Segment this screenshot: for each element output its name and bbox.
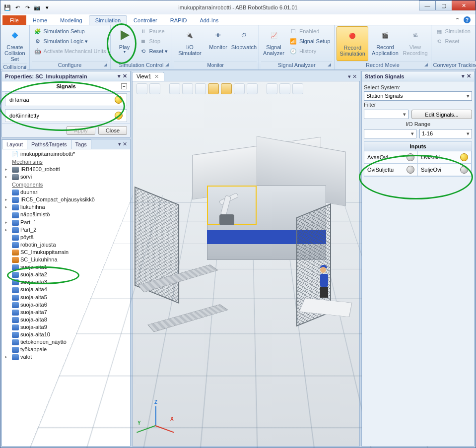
iorange-left-combo[interactable]: ▾	[364, 129, 416, 138]
vp-tool[interactable]	[279, 83, 290, 94]
dialog-launcher-icon[interactable]: ◢	[328, 62, 331, 67]
tree-item[interactable]: IRB4600_robotti	[3, 166, 129, 173]
signal-analyzer-button[interactable]: 📈Signal Analyzer	[261, 26, 286, 61]
record-application-button[interactable]: 🎬Record Application	[369, 26, 401, 61]
qat-redo-icon[interactable]: ↷	[23, 3, 31, 11]
qat-save-icon[interactable]: 💾	[3, 3, 11, 11]
signal-state-icon[interactable]	[115, 96, 123, 104]
io-input-cell[interactable]: SuljeOvi	[417, 163, 472, 176]
3d-viewport[interactable]: Z X Y	[132, 81, 360, 447]
qat-dropdown-icon[interactable]: ▾	[43, 3, 51, 11]
stop-button[interactable]: ⏹Stop	[137, 36, 170, 46]
dialog-launcher-icon[interactable]: ◢	[474, 62, 476, 67]
vp-tool[interactable]	[247, 83, 258, 94]
vp-tool[interactable]	[149, 83, 160, 94]
ribbon-minimize-icon[interactable]: ⌃	[455, 17, 460, 23]
close-tab-icon[interactable]: ✕	[154, 73, 159, 79]
vp-tool[interactable]	[208, 83, 219, 94]
view-tab[interactable]: View1✕	[132, 72, 164, 81]
tree-item[interactable]: sorvi	[3, 173, 129, 181]
vp-tool[interactable]	[221, 83, 232, 94]
filter-combo[interactable]: ▾	[364, 110, 408, 119]
tab-modeling[interactable]: Modeling	[54, 15, 89, 25]
create-collision-set-button[interactable]: 🔷Create Collision Set	[2, 26, 27, 63]
simulation-setup-button[interactable]: 🧩Simulation Setup	[32, 26, 108, 36]
minimize-button[interactable]: —	[419, 0, 436, 10]
edit-signals-button[interactable]: Edit Signals...	[411, 110, 472, 119]
play-button[interactable]: Play▾	[113, 26, 136, 61]
enabled-toggle[interactable]: ☐Enabled	[287, 26, 332, 36]
signal-setup-button[interactable]: 📶Signal Setup	[287, 36, 332, 46]
io-state-icon[interactable]	[407, 166, 414, 174]
vp-tool[interactable]	[169, 83, 180, 94]
tree-item[interactable]: pöytä	[3, 234, 129, 241]
help-icon[interactable]: ?	[464, 16, 471, 23]
tab-controller[interactable]: Controller	[127, 15, 164, 25]
close-icon[interactable]: ✕	[352, 73, 357, 79]
close-button[interactable]: Close	[98, 126, 127, 135]
close-icon[interactable]: ✕	[123, 141, 127, 147]
reset-button[interactable]: ⟲Reset▾	[137, 46, 170, 56]
io-input-cell[interactable]: AvaaOvi	[364, 151, 418, 164]
layout-tab[interactable]: Layout	[2, 139, 27, 149]
signal-state-icon[interactable]	[115, 112, 123, 120]
signal-row[interactable]: diTarraa	[5, 93, 127, 106]
system-combo[interactable]: Station Signals▾	[364, 91, 472, 101]
dropdown-icon[interactable]: ▾	[118, 73, 121, 79]
dialog-launcher-icon[interactable]: ◢	[23, 64, 26, 69]
tags-tab[interactable]: Tags	[71, 139, 91, 149]
dropdown-icon[interactable]: ▾	[118, 141, 121, 147]
signal-row[interactable]: doKiinnitetty	[5, 109, 127, 122]
dropdown-icon[interactable]: ▾	[348, 73, 351, 79]
monitor-button[interactable]: 👁Monitor	[206, 26, 230, 62]
qat-screenshot-icon[interactable]: 📷	[33, 3, 41, 11]
activate-mech-units-button[interactable]: 🤖Activate Mechanical Units	[32, 46, 108, 56]
io-state-icon[interactable]	[460, 153, 468, 161]
view-recording-button[interactable]: 📽View Recording	[402, 26, 428, 61]
tab-simulation[interactable]: Simulation	[89, 15, 127, 25]
tree-item[interactable]: näppäimistö	[3, 211, 129, 218]
dropdown-icon[interactable]: ▾	[462, 73, 465, 79]
tree-item[interactable]: Part_1	[3, 219, 129, 226]
vp-tool[interactable]	[195, 83, 206, 94]
close-button[interactable]: ✕	[452, 0, 476, 10]
tree-item[interactable]: robotin_jalusta	[3, 241, 129, 249]
vp-tool[interactable]	[234, 83, 245, 94]
io-simulator-button[interactable]: 🔌I/O Simulator	[174, 26, 205, 62]
tab-file[interactable]: File	[2, 15, 26, 25]
tab-rapid[interactable]: RAPID	[164, 15, 194, 25]
collapse-icon[interactable]: −	[121, 83, 127, 89]
io-state-icon[interactable]	[407, 153, 414, 161]
tab-home[interactable]: Home	[26, 15, 54, 25]
dialog-launcher-icon[interactable]: ◢	[424, 62, 428, 67]
vp-tool[interactable]	[292, 83, 303, 94]
apply-button[interactable]: Apply	[67, 126, 95, 135]
paths-tab[interactable]: Paths&Targets	[27, 139, 71, 149]
record-simulation-button[interactable]: 🔴Record Simulation	[337, 26, 368, 61]
io-input-cell[interactable]: OviAuki	[417, 151, 472, 164]
tab-addins[interactable]: Add-Ins	[193, 15, 225, 25]
history-button[interactable]: 🕘History	[287, 46, 332, 56]
maximize-button[interactable]: ▢	[435, 0, 452, 10]
simulation-logic-button[interactable]: ⚙Simulation Logic▾	[32, 36, 108, 46]
iorange-combo[interactable]: 1-16▾	[419, 129, 472, 138]
vp-tool[interactable]	[136, 83, 147, 94]
close-icon[interactable]: ✕	[467, 73, 471, 79]
dialog-launcher-icon[interactable]: ◢	[104, 62, 107, 67]
tree-station[interactable]: 📄 imukuppitarrainrobotti*	[3, 150, 129, 158]
tree-item[interactable]: IRC5_Compact_ohjausyksikkö	[3, 196, 129, 203]
dialog-launcher-icon[interactable]: ◢	[165, 62, 169, 67]
tree-item[interactable]: Part_2	[3, 226, 129, 234]
pause-button[interactable]: ⏸Pause	[137, 26, 170, 36]
tree-item[interactable]: duunari	[3, 189, 129, 196]
tree-item[interactable]: liukuhihna	[3, 203, 129, 211]
vp-tool[interactable]	[267, 83, 277, 94]
conveyor-reset-button[interactable]: ⟲Reset	[433, 36, 473, 46]
io-input-cell[interactable]: OviSuljettu	[364, 163, 418, 176]
vp-tool[interactable]	[182, 83, 193, 94]
io-state-icon[interactable]	[460, 166, 468, 174]
conveyor-simulation-button[interactable]: ▦Simulation	[433, 26, 473, 36]
stopwatch-button[interactable]: ⏱Stopwatch	[231, 26, 257, 62]
qat-undo-icon[interactable]: ↶	[13, 3, 21, 11]
pin-icon[interactable]: ✕	[123, 73, 127, 79]
